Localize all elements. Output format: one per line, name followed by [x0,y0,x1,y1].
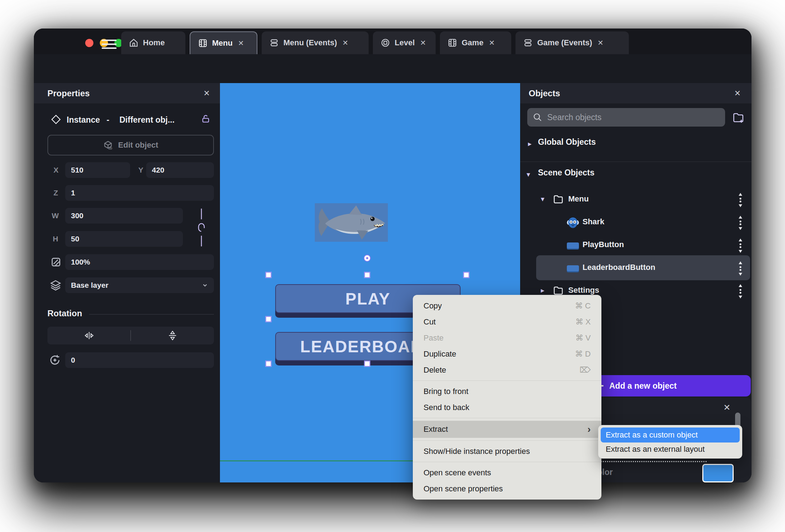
tab-label: Level [395,38,415,47]
events-sheet-icon [270,38,279,47]
row-menu-icon[interactable] [738,193,743,207]
flip-vertical-button[interactable] [131,327,214,344]
layer-stack-icon [50,279,62,291]
unlock-icon[interactable] [201,114,211,124]
z-label: Z [53,189,58,197]
close-panel-icon[interactable]: ✕ [723,403,730,413]
close-tab-icon[interactable]: ✕ [342,39,348,47]
submenu-item-extract-external-layout[interactable]: Extract as an external layout [601,443,740,456]
close-tab-icon[interactable]: ✕ [238,39,244,47]
tree-label: Settings [568,286,599,295]
close-objects-icon[interactable]: ✕ [734,89,741,98]
menu-item-delete[interactable]: Delete⌦ [413,362,601,378]
menu-item-extract[interactable]: Extract› [413,421,601,438]
submenu-item-extract-custom-object[interactable]: Extract as a custom object [601,428,740,443]
menu-item-show-hide-instance-properties[interactable]: Show/Hide instance properties [413,443,601,459]
w-label: W [52,211,59,220]
close-tab-icon[interactable]: ✕ [489,39,495,47]
opacity-input[interactable]: 100% [65,254,214,270]
search-placeholder: Search objects [547,113,601,122]
shark-sprite[interactable] [315,203,388,242]
shark-object-icon [566,216,579,229]
rotate-angle-icon [49,354,61,366]
shortcut: ⌘ D [575,349,591,359]
flip-horizontal-button[interactable] [47,327,130,344]
close-window-button[interactable] [85,39,93,47]
scene-icon [198,39,207,48]
tab-label: Game [462,38,483,47]
button-object-icon [567,242,579,249]
chevron-down-icon[interactable]: ▾ [541,195,544,203]
selection-handle-top-left[interactable] [266,272,272,278]
selection-handle-top-right[interactable] [463,272,470,278]
close-properties-icon[interactable]: ✕ [204,89,210,98]
menu-item-open-scene-events[interactable]: Open scene events [413,465,601,481]
search-input[interactable]: Search objects [527,108,725,127]
tree-label: Menu [568,194,589,204]
selection-handle-bottom-left[interactable] [266,361,272,367]
layer-select[interactable]: Base layer [65,277,214,293]
chevron-down-icon [202,282,208,288]
tab-menu-events[interactable]: Menu (Events) ✕ [262,31,369,54]
selection-handle-middle-left[interactable] [266,316,272,322]
tree-row-shark[interactable]: Shark [520,212,751,234]
home-icon [129,38,138,47]
scene-objects-section[interactable]: Scene Objects [538,168,595,178]
rotation-input[interactable]: 0 [65,352,214,368]
row-menu-icon[interactable] [738,284,743,298]
height-input[interactable]: 50 [65,231,183,247]
menu-item-open-scene-properties[interactable]: Open scene properties [413,481,601,497]
selection-handle-top-middle[interactable] [364,272,370,278]
close-tab-icon[interactable]: ✕ [420,39,426,47]
menu-item-send-to-back[interactable]: Send to back [413,399,601,415]
opacity-icon [50,256,62,268]
tree-row-playbutton[interactable]: PlayButton [520,235,751,257]
scene-icon [448,38,457,47]
close-tab-icon[interactable]: ✕ [597,39,604,47]
global-objects-section[interactable]: Global Objects [538,137,596,147]
menu-item-paste[interactable]: Paste⌘ V [413,330,601,346]
properties-title: Properties [47,88,90,98]
instance-separator: - [107,115,109,125]
tab-level[interactable]: Level ✕ [373,31,436,54]
menu-hamburger-icon[interactable] [102,40,117,49]
menu-item-bring-to-front[interactable]: Bring to front [413,383,601,399]
extract-submenu: Extract as a custom object Extract as an… [598,425,742,459]
delete-key-icon: ⌦ [580,365,591,375]
menu-item-copy[interactable]: Copy⌘ C [413,298,601,314]
rotation-handle[interactable] [364,255,371,262]
width-input[interactable]: 300 [65,208,183,224]
row-menu-icon[interactable] [738,239,743,253]
events-sheet-icon [523,38,533,47]
search-icon [533,113,542,122]
z-input[interactable]: 1 [65,185,214,201]
chevron-down-icon[interactable]: ▾ [527,170,530,179]
tab-bar: Home Menu ✕ Menu (Events) ✕ Level ✕ [34,29,751,54]
tab-game-events[interactable]: Game (Events) ✕ [515,31,629,54]
tab-label: Menu (Events) [283,38,337,47]
selection-handle-bottom-middle[interactable] [364,361,370,367]
shortcut: ⌘ V [575,333,591,343]
chevron-right-icon[interactable]: ▸ [541,286,544,295]
x-label: X [53,166,58,174]
edit-object-button[interactable]: 2D Edit object [47,135,214,155]
tab-home[interactable]: Home [121,31,185,54]
tree-row-leaderboardbutton[interactable]: LeaderboardButton [520,257,751,280]
background-color-swatch[interactable] [702,464,734,482]
menu-item-cut[interactable]: Cut⌘ X [413,314,601,330]
tree-row-menu-folder[interactable]: ▾ Menu [520,189,751,211]
chevron-right-icon[interactable]: ▸ [528,139,532,148]
submenu-arrow-icon: › [588,424,591,435]
add-folder-icon[interactable] [732,112,744,124]
row-menu-icon[interactable] [738,261,743,276]
menu-item-duplicate[interactable]: Duplicate⌘ D [413,346,601,362]
tab-menu[interactable]: Menu ✕ [190,31,257,54]
tab-game[interactable]: Game ✕ [440,31,511,54]
h-label: H [53,235,58,243]
x-input[interactable]: 510 [65,162,130,178]
y-input[interactable]: 420 [146,162,214,178]
button-object-icon [567,265,579,271]
row-menu-icon[interactable] [738,216,743,230]
level-icon [381,38,390,47]
link-dimensions-icon[interactable] [196,208,207,247]
